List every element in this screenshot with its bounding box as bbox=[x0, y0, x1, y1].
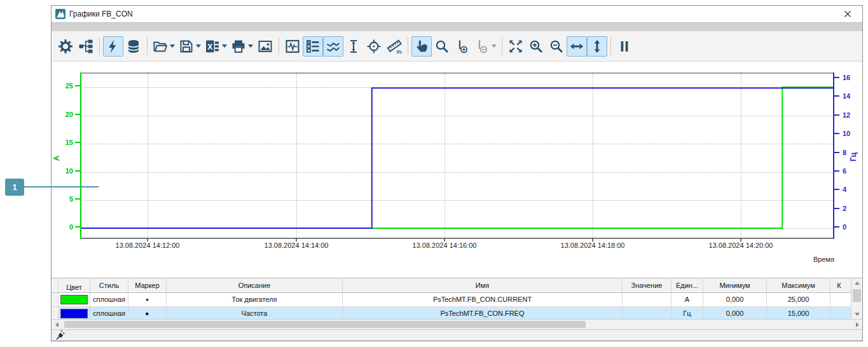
settings-button[interactable] bbox=[55, 36, 76, 57]
pan-mode-button[interactable] bbox=[411, 36, 432, 57]
save-button[interactable] bbox=[177, 36, 203, 57]
header-name[interactable]: Имя bbox=[343, 278, 623, 292]
max-cell[interactable]: 25,000 bbox=[767, 293, 830, 306]
fit-to-screen-button[interactable] bbox=[506, 36, 526, 57]
toolbar: X bbox=[52, 31, 862, 62]
tick-mark bbox=[834, 77, 839, 78]
description-cell[interactable]: Ток двигателя bbox=[167, 293, 343, 306]
database-icon bbox=[126, 39, 141, 54]
name-cell[interactable]: PsTechMT.FB_CON.CURRENT bbox=[343, 293, 623, 306]
pause-button[interactable] bbox=[614, 36, 635, 57]
header-units[interactable]: Един... bbox=[672, 278, 703, 292]
y-right-axis-title: Гц bbox=[849, 153, 858, 161]
scroll-right-icon[interactable] bbox=[852, 322, 862, 327]
connection-plug-icon bbox=[55, 330, 66, 341]
zoom-select-button[interactable] bbox=[432, 36, 452, 57]
color-cell[interactable] bbox=[59, 293, 90, 306]
k-cell[interactable] bbox=[830, 293, 848, 306]
tick-mark bbox=[834, 133, 839, 134]
scroll-left-icon[interactable] bbox=[52, 322, 62, 327]
color-cell[interactable] bbox=[59, 307, 90, 319]
zoom-out-button[interactable] bbox=[546, 36, 567, 57]
scrollbar-thumb[interactable] bbox=[64, 321, 586, 328]
callout-line bbox=[24, 186, 99, 187]
row-header-cell[interactable] bbox=[52, 293, 59, 306]
vertical-scrollbar[interactable] bbox=[851, 278, 862, 319]
min-cell[interactable]: 0,000 bbox=[703, 293, 767, 306]
right-axis-line[interactable] bbox=[833, 72, 834, 239]
header-color[interactable]: Цвет bbox=[59, 278, 90, 292]
dropdown-caret-icon[interactable] bbox=[196, 44, 201, 48]
y-left-axis-title: А bbox=[52, 156, 61, 161]
style-cell[interactable]: сплошная bbox=[90, 307, 128, 319]
value-cell[interactable] bbox=[623, 293, 672, 306]
header-min[interactable]: Минимум bbox=[703, 278, 767, 292]
marker-cell[interactable]: ● bbox=[128, 293, 167, 306]
archive-data-button[interactable] bbox=[123, 36, 144, 57]
fit-screen-icon bbox=[508, 39, 523, 54]
value-range-button[interactable] bbox=[343, 36, 364, 57]
marker-cell[interactable]: ■ bbox=[128, 307, 167, 319]
measure-units-button[interactable]: EU bbox=[384, 36, 404, 57]
header-marker[interactable]: Маркер bbox=[128, 278, 167, 292]
name-cell[interactable]: PsTechMT.FB_CON.FREQ bbox=[343, 307, 623, 319]
dropdown-caret-icon[interactable] bbox=[492, 44, 497, 48]
k-cell[interactable] bbox=[830, 307, 848, 319]
legend-icon bbox=[305, 39, 320, 54]
plot-area[interactable] bbox=[80, 72, 834, 239]
save-icon bbox=[179, 39, 194, 54]
stretch-horizontal-button[interactable] bbox=[567, 36, 587, 57]
waveform-icon bbox=[285, 39, 300, 54]
tick-mark bbox=[75, 198, 80, 200]
y-left-tick: 10 bbox=[52, 167, 73, 175]
left-axis-line[interactable] bbox=[80, 72, 81, 239]
units-cell[interactable]: А bbox=[672, 293, 703, 306]
close-button[interactable] bbox=[837, 6, 858, 22]
horizontal-scrollbar[interactable] bbox=[52, 319, 862, 329]
toolbar-separator bbox=[502, 37, 502, 55]
x-axis-tick: 13.08.2024 14:20:00 bbox=[709, 242, 773, 249]
header-style[interactable]: Стиль bbox=[90, 278, 128, 292]
legend-button[interactable] bbox=[303, 36, 323, 57]
vline-remove-icon bbox=[474, 39, 490, 54]
style-cell[interactable]: сплошная bbox=[90, 293, 128, 306]
crosshair-cursor-button[interactable] bbox=[364, 36, 384, 57]
header-k[interactable]: К bbox=[830, 278, 848, 292]
trends-view-button[interactable] bbox=[323, 36, 343, 57]
tick-mark bbox=[834, 152, 839, 153]
scroll-down-icon[interactable] bbox=[855, 313, 860, 316]
tags-tree-button[interactable] bbox=[76, 36, 96, 57]
stretch-vertical-button[interactable] bbox=[587, 36, 607, 57]
description-cell[interactable]: Частота bbox=[167, 307, 343, 319]
oscillogram-button[interactable] bbox=[282, 36, 303, 57]
value-cell[interactable] bbox=[623, 307, 672, 319]
stretch-vertical-icon bbox=[589, 39, 605, 54]
zoom-in-button[interactable] bbox=[526, 36, 546, 57]
add-marker-line-button[interactable] bbox=[452, 36, 472, 57]
row-header-cell[interactable] bbox=[52, 307, 59, 319]
table-row[interactable]: сплошная ■ Частота PsTechMT.FB_CON.FREQ … bbox=[52, 307, 851, 319]
export-excel-button[interactable]: X bbox=[203, 36, 229, 57]
online-mode-button[interactable] bbox=[103, 36, 123, 57]
open-button[interactable] bbox=[151, 36, 177, 57]
svg-text:X: X bbox=[207, 42, 212, 51]
remove-marker-line-button[interactable] bbox=[472, 36, 499, 57]
header-value[interactable]: Значение bbox=[623, 278, 672, 292]
dropdown-caret-icon[interactable] bbox=[170, 44, 175, 48]
scroll-up-icon[interactable] bbox=[855, 282, 860, 285]
export-image-button[interactable] bbox=[255, 36, 275, 57]
print-button[interactable] bbox=[229, 36, 255, 57]
ruler-eu-icon: EU bbox=[387, 39, 402, 54]
scrollbar-thumb[interactable] bbox=[853, 289, 861, 302]
dropdown-caret-icon[interactable] bbox=[222, 44, 227, 48]
x-axis-title: Время bbox=[786, 255, 834, 263]
toolbar-separator bbox=[147, 37, 148, 55]
units-cell[interactable]: Гц bbox=[672, 307, 703, 319]
header-max[interactable]: Максимум bbox=[767, 278, 830, 292]
max-cell[interactable]: 15,000 bbox=[767, 307, 830, 319]
header-description[interactable]: Описание bbox=[167, 278, 343, 292]
min-cell[interactable]: 0,000 bbox=[703, 307, 767, 319]
dropdown-caret-icon[interactable] bbox=[248, 44, 253, 48]
title-bar[interactable]: Графики FB_CON bbox=[52, 6, 862, 22]
table-row[interactable]: сплошная ● Ток двигателя PsTechMT.FB_CON… bbox=[52, 293, 851, 307]
